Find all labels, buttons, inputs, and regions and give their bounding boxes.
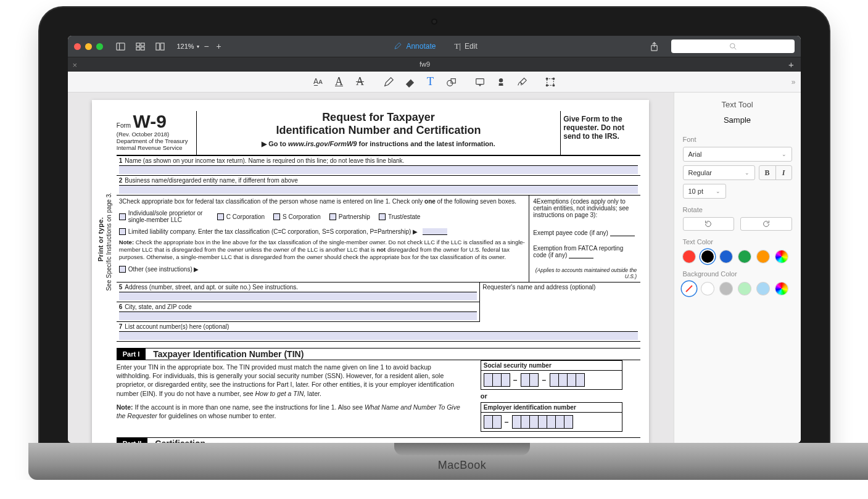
text-box-tool[interactable]: T [424,76,437,88]
svg-rect-4 [136,47,140,50]
line7-field[interactable] [119,331,638,340]
close-window-button[interactable] [74,43,81,50]
exempt-payee-field[interactable] [610,229,635,236]
bold-button[interactable]: B [759,166,775,179]
stamp-tool[interactable] [495,76,507,88]
tab-title: fw9 [420,60,430,68]
checkbox-llc[interactable]: Limited liability company. Enter the tax… [119,228,418,235]
font-style-tool[interactable]: A̲ᴀ [312,76,324,88]
bg-color-swatches [683,282,792,295]
zoom-out-button[interactable]: − [202,41,212,51]
shape-tool[interactable] [445,76,458,88]
note-tool[interactable] [474,76,486,88]
macbook-base: MacBook [28,443,869,480]
pencil-tool[interactable] [382,76,395,88]
document-tab[interactable]: × fw9 [68,60,782,68]
checkbox-individual[interactable]: Individual/sole proprietor or single-mem… [119,210,209,223]
svg-rect-5 [141,47,144,50]
fatca-code-field[interactable] [569,252,593,258]
checkbox-other[interactable]: Other (see instructions) ▶ [119,266,199,273]
requester-label: Requester's name and address (optional) [482,284,595,291]
minimize-window-button[interactable] [85,43,92,50]
signature-tool[interactable] [516,76,528,88]
selection-tool[interactable] [544,76,556,88]
text-color-blue[interactable] [720,250,732,263]
form-goto: ▶ Go to www.irs.gov/FormW9 for instructi… [203,140,554,148]
font-size-select[interactable]: 10 pt⌄ [683,184,726,199]
edit-mode-button[interactable]: T| Edit [448,41,483,51]
sidebar-toggle-button[interactable] [114,39,128,53]
annotate-mode-button[interactable]: Annotate [387,42,442,51]
rotate-cw-button[interactable] [740,217,792,231]
text-color-green[interactable] [738,250,751,263]
ein-label: Employer identification number [481,403,622,413]
checkbox-partnership[interactable]: Partnership [329,210,370,223]
bg-color-white[interactable] [701,282,714,295]
vertical-label-see: See Specific Instructions on page 3. [105,192,112,291]
two-page-view-button[interactable] [154,39,167,53]
ssn-label: Social security number [481,361,622,371]
tab-close-button[interactable]: × [73,60,78,70]
inspector-sidebar: Text Tool Sample Font Arial⌄ Regular⌄ B … [674,93,801,443]
line4-label: Exemptions (codes apply only to certain … [533,198,629,218]
zoom-in-button[interactable]: + [214,41,224,51]
checkbox-c-corp[interactable]: C Corporation [217,210,265,223]
line1-label: Name (as shown on your income tax return… [125,157,404,164]
pdf-page: Print or type. See Specific Instructions… [92,100,649,443]
part2-label: Part II [117,438,148,443]
text-color-orange[interactable] [757,250,769,263]
bg-color-picker[interactable] [775,282,788,295]
font-section-label: Font [683,136,792,143]
search-input[interactable] [671,39,795,53]
line5-field[interactable] [119,292,477,300]
fullscreen-window-button[interactable] [96,43,103,50]
bg-color-sky[interactable] [757,282,769,295]
checkbox-s-corp[interactable]: S Corporation [273,210,321,223]
svg-point-18 [553,85,555,86]
tin-paragraph: Enter your TIN in the appropriate box. T… [117,360,462,400]
share-button[interactable] [648,39,661,53]
inspector-title: Text Tool [683,100,792,109]
text-color-black[interactable] [701,250,714,263]
text-color-red[interactable] [683,250,695,263]
font-weight-select[interactable]: Regular⌄ [683,165,755,180]
line2-field[interactable] [119,185,638,194]
tin-note: Note: If the account is in more than one… [117,400,462,423]
llc-classification-field[interactable] [423,228,447,235]
new-tab-button[interactable]: + [782,59,801,70]
text-color-picker[interactable] [775,250,788,263]
bg-color-none[interactable] [683,282,695,295]
window-titlebar: 121% ▾ − + Annotate T| Edit [68,36,801,57]
fatca-note: (Applies to accounts maintained outside … [533,267,637,279]
ein-field[interactable]: – [481,413,622,431]
line6-field[interactable] [119,311,477,320]
document-canvas[interactable]: Print or type. See Specific Instructions… [68,93,674,443]
checkbox-trust[interactable]: Trust/estate [379,210,420,223]
hide-sidebar-button[interactable]: » [792,78,796,86]
svg-rect-14 [547,78,553,85]
thumbnails-view-button[interactable] [134,39,147,53]
font-family-select[interactable]: Arial⌄ [683,147,792,162]
or-label: or [481,392,622,400]
macbook-frame: 121% ▾ − + Annotate T| Edit [39,7,829,480]
line1-field[interactable] [119,165,638,174]
part1-title: Taxpayer Identification Number (TIN) [153,349,304,359]
chevron-down-icon: ⌄ [716,188,721,194]
form-dept: Department of the Treasury [117,138,192,144]
chevron-down-icon: ▾ [197,44,199,49]
bg-color-mint[interactable] [738,282,751,295]
svg-rect-6 [156,43,160,49]
rotate-ccw-button[interactable] [683,217,735,231]
part2-title: Certification [155,439,205,443]
text-color-swatches [683,250,792,263]
svg-rect-3 [141,43,144,46]
italic-button[interactable]: I [775,166,792,179]
underline-tool[interactable]: A [333,76,345,88]
zoom-control[interactable]: 121% ▾ − + [177,41,224,51]
bg-color-section-label: Background Color [683,270,792,278]
form-title-2: Identification Number and Certification [276,124,481,136]
bg-color-grey[interactable] [720,282,732,295]
ssn-field[interactable]: – – [481,371,622,389]
strikethrough-tool[interactable]: A [354,76,366,88]
eraser-tool[interactable] [403,76,416,88]
